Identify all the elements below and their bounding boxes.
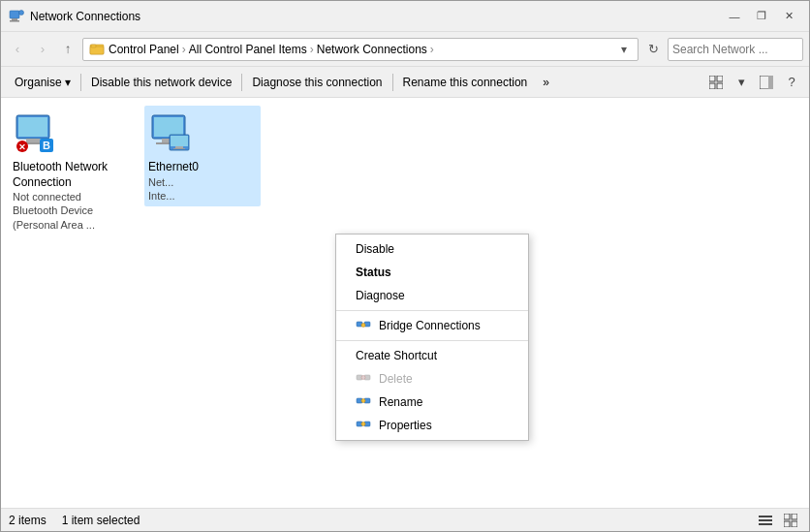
close-button[interactable]: ✕ [776,7,801,26]
view-dropdown-button[interactable]: ▾ [730,71,753,94]
ctx-delete-label: Delete [379,372,413,386]
back-button[interactable]: ‹ [7,39,28,60]
bluetooth-name: Bluetooth Network Connection [13,160,121,190]
item-selected: 1 item selected [62,514,140,527]
computer-icon: ✕ B [13,110,59,156]
content-area: ✕ B Bluetooth Network Connection Not con… [1,98,809,508]
svg-point-38 [361,399,365,403]
ctx-bridge-icon [356,318,371,333]
svg-point-35 [361,376,365,380]
svg-rect-43 [759,519,772,521]
svg-rect-2 [10,20,19,22]
svg-rect-10 [717,83,723,89]
ctx-shortcut[interactable]: Create Shortcut [336,344,528,367]
bluetooth-info: Bluetooth Network Connection Not connect… [13,160,121,232]
ethernet-info: Ethernet0 Net... Inte... [148,160,199,203]
ctx-delete[interactable]: Delete [336,367,528,391]
window-icon [9,9,24,24]
svg-point-3 [19,10,24,15]
status-details-button[interactable] [780,512,801,529]
disable-button[interactable]: Disable this network device [83,71,239,94]
ctx-diagnose-label: Diagnose [356,289,405,302]
ctx-diagnose[interactable]: Diagnose [336,284,528,307]
ethernet-type: Net... [148,175,199,189]
svg-rect-22 [154,117,183,137]
ctx-separator-2 [336,340,528,341]
more-button[interactable]: » [535,71,557,94]
ctx-disable-label: Disable [356,242,394,256]
toolbar: Organise ▾ Disable this network device D… [1,67,809,98]
ethernet-computer-icon [148,110,195,156]
bluetooth-icon-wrap: ✕ B [13,110,59,156]
svg-rect-8 [717,76,723,81]
view-toggle-button[interactable] [704,71,728,94]
svg-rect-15 [26,139,40,142]
svg-rect-46 [792,514,797,519]
svg-point-41 [361,422,365,426]
svg-rect-7 [709,76,715,81]
svg-text:✕: ✕ [18,142,26,152]
svg-rect-14 [18,117,47,137]
crumb-all-items[interactable]: All Control Panel Items [189,43,307,56]
ctx-delete-icon [356,371,371,387]
ctx-status-label: Status [356,266,391,279]
ctx-shortcut-label: Create Shortcut [356,349,437,362]
ctx-rename-icon [356,394,371,410]
pane-button[interactable] [755,71,778,94]
item-count: 2 items [9,514,47,527]
svg-rect-44 [759,523,772,525]
title-bar: Network Connections — ❐ ✕ [1,1,809,32]
toolbar-right: ▾ ? [704,71,803,94]
ctx-rename[interactable]: Rename [336,391,528,414]
svg-rect-6 [91,45,96,47]
bluetooth-connection-item[interactable]: ✕ B Bluetooth Network Connection Not con… [9,106,125,235]
search-box: 🔍 [668,38,803,61]
ctx-properties[interactable]: Properties [336,414,528,437]
breadcrumb-dropdown[interactable]: ▾ [616,39,632,60]
address-bar: ‹ › ↑ Control Panel › All Control Panel … [1,32,809,67]
status-view-button[interactable] [755,512,776,529]
rename-button[interactable]: Rename this connection [395,71,536,94]
status-bar: 2 items 1 item selected [1,508,809,531]
svg-point-32 [361,324,365,328]
ethernet-connection-item[interactable]: Ethernet0 Net... Inte... [144,106,261,206]
svg-rect-45 [784,514,790,519]
status-bar-right [755,512,801,529]
svg-rect-0 [10,11,19,18]
diagnose-button[interactable]: Diagnose this connection [244,71,389,94]
svg-rect-48 [792,521,797,527]
up-button[interactable]: ↑ [57,39,78,60]
forward-button[interactable]: › [32,39,53,60]
search-input[interactable] [672,43,810,56]
ctx-disable[interactable]: Disable [336,237,528,261]
toolbar-separator-2 [241,74,242,91]
breadcrumb: Control Panel › All Control Panel Items … [82,38,639,61]
svg-text:B: B [43,140,50,151]
help-button[interactable]: ? [780,71,803,94]
svg-rect-1 [12,18,17,20]
context-menu: Disable Status Diagnose Bridge Conn [335,234,529,441]
window-controls: — ❐ ✕ [722,7,801,26]
svg-rect-27 [175,146,183,148]
svg-rect-28 [173,148,185,149]
window-title: Network Connections [30,10,722,23]
ctx-bridge[interactable]: Bridge Connections [336,314,528,337]
svg-rect-42 [759,516,772,517]
ctx-separator-1 [336,310,528,311]
bluetooth-device: Bluetooth Device (Personal Area ... [13,203,121,232]
restore-button[interactable]: ❐ [749,7,774,26]
crumb-control-panel[interactable]: Control Panel [109,43,179,56]
toolbar-separator-3 [392,74,393,91]
organise-button[interactable]: Organise ▾ [7,71,78,94]
bluetooth-status: Not connected [13,190,121,203]
ctx-status[interactable]: Status [336,261,528,284]
refresh-button[interactable]: ↻ [642,39,664,60]
ctx-properties-icon [356,418,371,433]
ethernet-icon-wrap [148,110,195,156]
ethernet-name: Ethernet0 [148,160,199,175]
svg-rect-26 [171,136,188,146]
main-window: Network Connections — ❐ ✕ ‹ › ↑ Control … [0,0,810,532]
ctx-rename-label: Rename [379,395,422,409]
crumb-network[interactable]: Network Connections [317,43,427,56]
minimize-button[interactable]: — [722,7,747,26]
